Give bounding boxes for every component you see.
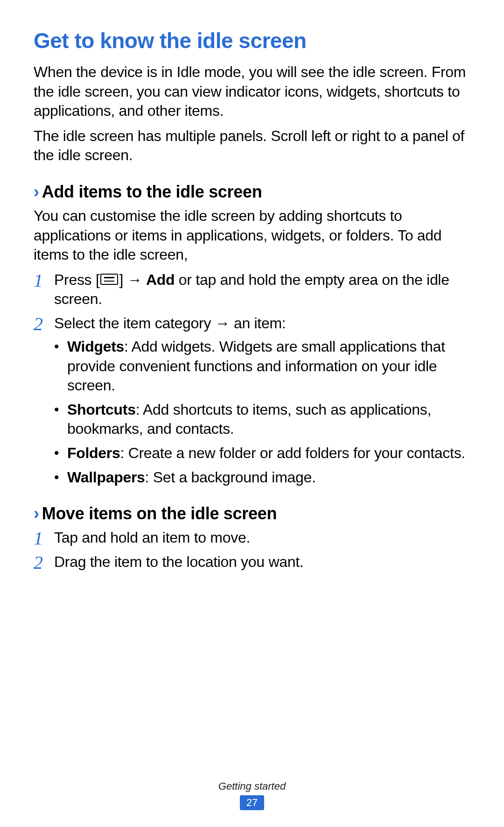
step-number: 2 — [34, 314, 54, 333]
bullet-icon: • — [54, 468, 67, 488]
move-step-1: 1 Tap and hold an item to move. — [34, 528, 470, 548]
step-text: Drag the item to the location you want. — [54, 552, 303, 572]
chevron-icon: › — [34, 504, 39, 523]
subheading-move-items: ›Move items on the idle screen — [34, 504, 470, 523]
step-text: Tap and hold an item to move. — [54, 528, 250, 548]
bullet-tail: : Create a new folder or add folders for… — [120, 445, 465, 461]
intro-paragraph-1: When the device is in Idle mode, you wil… — [34, 63, 470, 121]
add-items-description: You can customise the idle screen by add… — [34, 206, 470, 265]
chevron-icon: › — [34, 182, 39, 201]
bullet-bold: Wallpapers — [67, 469, 145, 486]
page-footer: Getting started 27 — [0, 780, 504, 810]
bullet-widgets: • Widgets: Add widgets. Widgets are smal… — [54, 337, 470, 396]
bullet-shortcuts: • Shortcuts: Add shortcuts to items, suc… — [54, 400, 470, 439]
bullet-icon: • — [54, 400, 67, 439]
bullet-text: Widgets: Add widgets. Widgets are small … — [67, 337, 470, 396]
add-item-bullets: • Widgets: Add widgets. Widgets are smal… — [54, 337, 470, 487]
footer-section-name: Getting started — [0, 780, 504, 792]
bullet-tail: : Set a background image. — [145, 469, 316, 486]
bullet-icon: • — [54, 444, 67, 463]
step-number: 2 — [34, 552, 54, 572]
bullet-bold: Shortcuts — [67, 401, 136, 418]
subheading-add-items: ›Add items to the idle screen — [34, 182, 470, 202]
step1-pre: Press [ — [54, 271, 99, 288]
step1-post: ] → — [119, 271, 146, 288]
bullet-text: Folders: Create a new folder or add fold… — [67, 444, 465, 463]
subheading-add-items-text: Add items to the idle screen — [42, 182, 262, 201]
bullet-tail: : Add widgets. Widgets are small applica… — [67, 338, 445, 394]
footer-page-number: 27 — [240, 795, 264, 810]
add-step-2: 2 Select the item category → an item: — [34, 314, 470, 333]
step-text: Press [] → Add or tap and hold the empty… — [54, 270, 470, 309]
bullet-bold: Widgets — [67, 338, 124, 355]
move-step-2: 2 Drag the item to the location you want… — [34, 552, 470, 572]
subheading-move-items-text: Move items on the idle screen — [42, 504, 277, 523]
step-text: Select the item category → an item: — [54, 314, 286, 333]
step1-bold: Add — [146, 271, 175, 288]
bullet-text: Wallpapers: Set a background image. — [67, 468, 316, 488]
bullet-folders: • Folders: Create a new folder or add fo… — [54, 444, 470, 463]
page-title: Get to know the idle screen — [34, 28, 470, 53]
bullet-text: Shortcuts: Add shortcuts to items, such … — [67, 400, 470, 439]
add-step-1: 1 Press [] → Add or tap and hold the emp… — [34, 270, 470, 309]
menu-icon — [100, 274, 118, 285]
intro-paragraph-2: The idle screen has multiple panels. Scr… — [34, 127, 470, 165]
bullet-wallpapers: • Wallpapers: Set a background image. — [54, 468, 470, 488]
bullet-icon: • — [54, 337, 67, 396]
bullet-bold: Folders — [67, 445, 120, 461]
step-number: 1 — [34, 528, 54, 548]
step-number: 1 — [34, 270, 54, 309]
